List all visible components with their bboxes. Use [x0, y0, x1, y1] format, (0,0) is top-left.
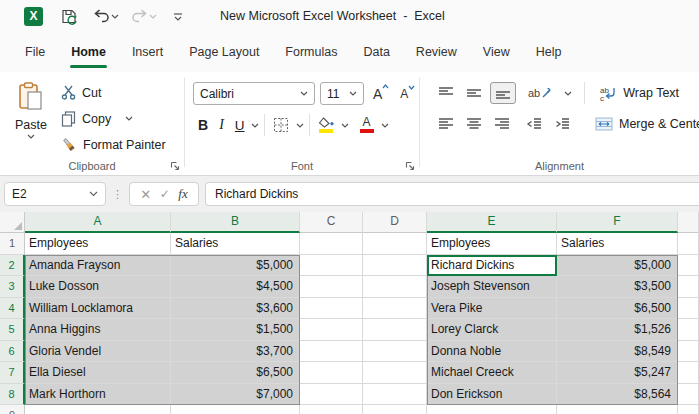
- row-header-6[interactable]: 6: [0, 341, 25, 363]
- cell-F4[interactable]: $6,500: [557, 298, 678, 320]
- decrease-font-size-button[interactable]: A: [397, 85, 411, 103]
- borders-dropdown-chevron-icon[interactable]: [296, 123, 304, 128]
- undo-button[interactable]: [90, 4, 122, 28]
- column-header-B[interactable]: B: [171, 212, 300, 233]
- bottom-align-button[interactable]: [490, 82, 516, 104]
- tab-help[interactable]: Help: [523, 32, 575, 72]
- cell-B4[interactable]: $3,600: [171, 298, 300, 320]
- borders-button[interactable]: [270, 115, 292, 135]
- cell-G2[interactable]: [678, 255, 699, 277]
- merge-center-button[interactable]: Merge & Center: [592, 115, 699, 133]
- cell-B2[interactable]: $5,000: [171, 255, 300, 277]
- cell-G4[interactable]: [678, 298, 699, 320]
- tab-review[interactable]: Review: [403, 32, 470, 72]
- font-color-button[interactable]: A: [357, 115, 377, 135]
- italic-button[interactable]: I: [213, 117, 230, 133]
- font-size-select[interactable]: 11: [320, 82, 364, 105]
- increase-font-size-button[interactable]: A: [370, 84, 385, 104]
- row-header-8[interactable]: 8: [0, 384, 25, 406]
- top-align-button[interactable]: [434, 83, 458, 103]
- tab-formulas[interactable]: Formulas: [272, 32, 350, 72]
- cell-E5[interactable]: Lorey Clarck: [427, 319, 557, 341]
- column-header-D[interactable]: D: [363, 212, 427, 233]
- cell-G1[interactable]: [678, 233, 699, 255]
- cell-A5[interactable]: Anna Higgins: [25, 319, 171, 341]
- column-header-C[interactable]: C: [300, 212, 363, 233]
- cell-E7[interactable]: Michael Creeck: [427, 362, 557, 384]
- cell-E2[interactable]: Richard Dickins: [427, 255, 557, 277]
- cell-G5[interactable]: [678, 319, 699, 341]
- paste-button[interactable]: Paste: [8, 82, 54, 139]
- cell-A8[interactable]: Mark Horthorn: [25, 384, 171, 406]
- cut-button[interactable]: Cut: [58, 80, 169, 105]
- cell-D9[interactable]: [363, 405, 427, 414]
- cell-E3[interactable]: Joseph Stevenson: [427, 276, 557, 298]
- clipboard-dialog-launcher-icon[interactable]: [170, 161, 180, 171]
- cell-C8[interactable]: [300, 384, 363, 406]
- cell-A6[interactable]: Gloria Vendel: [25, 341, 171, 363]
- cell-A9[interactable]: [25, 405, 171, 414]
- cell-B3[interactable]: $4,500: [171, 276, 300, 298]
- cell-E4[interactable]: Vera Pike: [427, 298, 557, 320]
- copy-button[interactable]: Copy: [58, 106, 169, 131]
- column-header-partial[interactable]: [678, 212, 699, 233]
- orientation-dropdown-chevron-icon[interactable]: [564, 91, 572, 96]
- decrease-indent-button[interactable]: [522, 114, 546, 134]
- fill-color-button[interactable]: [315, 115, 337, 135]
- cell-A2[interactable]: Amanda Frayson: [25, 255, 171, 277]
- enter-button[interactable]: ✓: [160, 187, 170, 201]
- save-button[interactable]: [57, 4, 82, 28]
- cell-E9[interactable]: [427, 405, 557, 414]
- tab-file[interactable]: File: [12, 32, 58, 72]
- column-header-E[interactable]: E: [427, 212, 557, 233]
- cell-G7[interactable]: [678, 362, 699, 384]
- row-header-4[interactable]: 4: [0, 298, 25, 320]
- cell-D8[interactable]: [363, 384, 427, 406]
- row-header-5[interactable]: 5: [0, 319, 25, 341]
- insert-function-button[interactable]: fx: [178, 186, 187, 202]
- cancel-button[interactable]: ✕: [140, 187, 151, 202]
- cell-F6[interactable]: $8,549: [557, 341, 678, 363]
- align-right-button[interactable]: [490, 114, 514, 134]
- cell-A1[interactable]: Employees: [25, 233, 171, 255]
- font-name-select[interactable]: Calibri: [193, 82, 315, 105]
- cell-F5[interactable]: $1,526: [557, 319, 678, 341]
- middle-align-button[interactable]: [462, 83, 486, 103]
- row-header-9[interactable]: 9: [0, 405, 25, 414]
- cell-B7[interactable]: $6,500: [171, 362, 300, 384]
- cell-G8[interactable]: [678, 384, 699, 406]
- cell-B6[interactable]: $3,700: [171, 341, 300, 363]
- name-box[interactable]: E2: [4, 182, 106, 206]
- cell-D5[interactable]: [363, 319, 427, 341]
- cell-B5[interactable]: $1,500: [171, 319, 300, 341]
- cell-F3[interactable]: $3,500: [557, 276, 678, 298]
- fill-color-dropdown-chevron-icon[interactable]: [341, 123, 349, 128]
- format-painter-button[interactable]: Format Painter: [58, 132, 169, 157]
- underline-dropdown-chevron-icon[interactable]: [251, 123, 259, 128]
- row-header-3[interactable]: 3: [0, 276, 25, 298]
- tab-data[interactable]: Data: [350, 32, 402, 72]
- column-header-A[interactable]: A: [25, 212, 171, 233]
- cell-C2[interactable]: [300, 255, 363, 277]
- cell-G3[interactable]: [678, 276, 699, 298]
- cell-C9[interactable]: [300, 405, 363, 414]
- align-center-button[interactable]: [462, 114, 486, 134]
- row-header-2[interactable]: 2: [0, 255, 25, 277]
- cell-D3[interactable]: [363, 276, 427, 298]
- cell-B8[interactable]: $7,000: [171, 384, 300, 406]
- cell-C5[interactable]: [300, 319, 363, 341]
- cell-D6[interactable]: [363, 341, 427, 363]
- cell-E6[interactable]: Donna Noble: [427, 341, 557, 363]
- cell-C4[interactable]: [300, 298, 363, 320]
- cell-G6[interactable]: [678, 341, 699, 363]
- increase-indent-button[interactable]: [550, 114, 574, 134]
- cell-C1[interactable]: [300, 233, 363, 255]
- cell-B9[interactable]: [171, 405, 300, 414]
- tab-home[interactable]: Home: [58, 32, 119, 72]
- cell-F8[interactable]: $8,564: [557, 384, 678, 406]
- formula-bar-drag-handle[interactable]: ⋮: [112, 188, 123, 201]
- font-color-dropdown-chevron-icon[interactable]: [381, 123, 389, 128]
- row-header-1[interactable]: 1: [0, 233, 25, 255]
- cell-F9[interactable]: [557, 405, 678, 414]
- select-all-corner[interactable]: [0, 212, 25, 233]
